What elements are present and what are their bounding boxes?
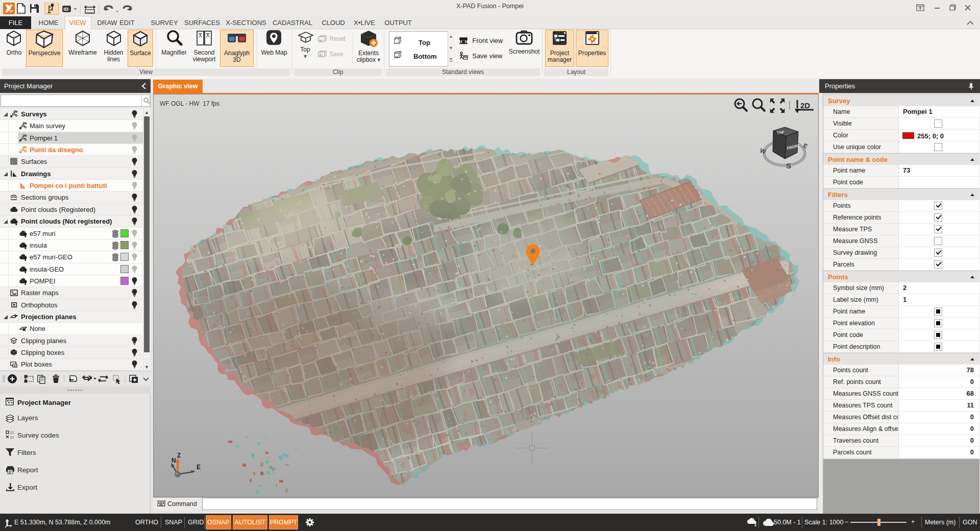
svg-text:E: E bbox=[197, 464, 201, 471]
svg-text:S: S bbox=[786, 161, 791, 170]
svg-text:ID: ID bbox=[64, 6, 69, 12]
svg-text:F: F bbox=[10, 9, 13, 14]
svg-text:W: W bbox=[759, 147, 767, 155]
svg-text:N: N bbox=[172, 457, 176, 464]
svg-text:E: E bbox=[802, 142, 808, 150]
svg-text:WF OGL - HW 17 fps: WF OGL - HW 17 fps bbox=[160, 100, 219, 107]
svg-text:Z: Z bbox=[177, 452, 181, 459]
svg-text:II: II bbox=[207, 33, 209, 36]
svg-text:2D: 2D bbox=[800, 101, 810, 110]
